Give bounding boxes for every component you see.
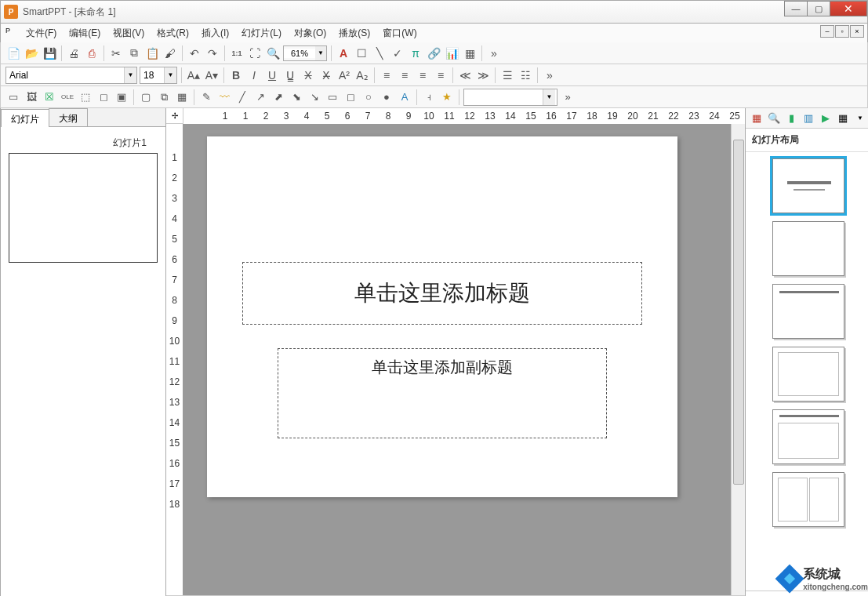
- panel-ico4[interactable]: ▥: [801, 111, 816, 126]
- maximize-button[interactable]: ▢: [807, 1, 830, 16]
- panel-ico2[interactable]: 🔍: [766, 111, 782, 126]
- link-icon[interactable]: 🔗: [426, 45, 441, 61]
- double-underline-icon[interactable]: U̳: [282, 67, 298, 83]
- shape-square-icon[interactable]: ◻: [96, 89, 111, 105]
- pi-icon[interactable]: π: [408, 45, 423, 61]
- tab-slides[interactable]: 幻灯片: [1, 109, 49, 127]
- menu-format[interactable]: 格式(R): [152, 25, 194, 42]
- menu-view[interactable]: 视图(V): [108, 25, 149, 42]
- dropdown-icon[interactable]: ▼: [164, 67, 176, 83]
- ruler-origin[interactable]: ✢: [166, 108, 183, 124]
- format-paint-icon[interactable]: 🖌: [162, 45, 178, 61]
- minimize-button[interactable]: —: [784, 1, 808, 16]
- bold-icon[interactable]: B: [228, 67, 244, 83]
- font-name-input[interactable]: [6, 70, 124, 81]
- dropdown-icon[interactable]: ▼: [315, 46, 326, 60]
- shape-text-icon[interactable]: ☒: [42, 89, 57, 105]
- menu-slide[interactable]: 幻灯片(L): [237, 25, 286, 42]
- mdi-minimize-button[interactable]: –: [820, 25, 834, 38]
- subtitle-placeholder[interactable]: 单击这里添加副标题: [278, 348, 607, 438]
- font-color-icon[interactable]: A: [336, 45, 351, 61]
- font-size-input[interactable]: [140, 70, 164, 81]
- font-name-combo[interactable]: ▼: [5, 67, 137, 84]
- dropdown-icon[interactable]: ▼: [543, 89, 555, 105]
- tab-outline[interactable]: 大纲: [49, 108, 88, 126]
- rect-tool-icon[interactable]: ▭: [325, 89, 340, 105]
- zoom-combo[interactable]: ▼: [283, 45, 327, 61]
- redo-icon[interactable]: ↷: [205, 45, 220, 61]
- connector2-icon[interactable]: ⬊: [289, 89, 304, 105]
- vertical-scrollbar[interactable]: [731, 124, 745, 595]
- pdf-icon[interactable]: ⎙: [84, 45, 100, 61]
- new-icon[interactable]: 📄: [5, 45, 21, 61]
- curve-icon[interactable]: 〰: [216, 89, 232, 105]
- star-tool-icon[interactable]: ★: [439, 89, 455, 105]
- shrink-font-icon[interactable]: A▾: [204, 67, 220, 83]
- zoom-icon[interactable]: 🔍: [265, 45, 281, 61]
- panel-ico1[interactable]: ▦: [749, 111, 764, 126]
- slide-canvas[interactable]: 单击这里添加标题 单击这里添加副标题: [183, 124, 731, 595]
- layout-title-slide[interactable]: [772, 158, 844, 213]
- mdi-restore-button[interactable]: ▫: [835, 25, 849, 38]
- zoom-11-icon[interactable]: 1:1: [229, 45, 245, 61]
- open-icon[interactable]: 📂: [24, 45, 39, 61]
- shape-group-icon[interactable]: ⬚: [78, 89, 93, 105]
- strike-icon[interactable]: X: [300, 67, 316, 83]
- align-right-icon[interactable]: ≡: [415, 67, 430, 83]
- menu-edit[interactable]: 编辑(E): [64, 25, 105, 42]
- panel-ico5[interactable]: ▶: [818, 111, 833, 126]
- shape-rect-icon[interactable]: ▭: [5, 89, 21, 105]
- menu-window[interactable]: 窗口(W): [378, 25, 421, 42]
- pen-icon[interactable]: ✎: [198, 89, 214, 105]
- horizontal-ruler[interactable]: 1123456789101112131415161718192021222324…: [183, 108, 745, 124]
- table-insert-icon[interactable]: ▦: [462, 45, 478, 61]
- panel-ico3[interactable]: ▮: [783, 111, 799, 126]
- mdi-close-button[interactable]: ×: [850, 25, 864, 38]
- circle-tool-icon[interactable]: ●: [379, 89, 394, 105]
- connector3-icon[interactable]: ↘: [307, 89, 322, 105]
- layout-blank[interactable]: [772, 221, 844, 276]
- line-icon[interactable]: ╲: [372, 45, 387, 61]
- align-center-icon[interactable]: ≡: [397, 67, 412, 83]
- font-size-combo[interactable]: ▼: [140, 67, 177, 84]
- square-tool-icon[interactable]: ◻: [343, 89, 358, 105]
- layout-content[interactable]: [772, 347, 844, 402]
- title-placeholder[interactable]: 单击这里添加标题: [242, 262, 642, 325]
- style-combo[interactable]: ▼: [463, 89, 557, 106]
- align-objects-icon[interactable]: ⫞: [421, 89, 437, 105]
- menu-file[interactable]: 文件(F): [21, 25, 61, 42]
- layout-title-only[interactable]: [772, 284, 844, 339]
- spell-icon[interactable]: ✓: [390, 45, 405, 61]
- overflow-icon[interactable]: »: [486, 45, 502, 61]
- cut-icon[interactable]: ✂: [108, 45, 124, 61]
- panel-ico6[interactable]: ▦: [835, 111, 851, 126]
- shape-box-icon[interactable]: ▢: [138, 89, 154, 105]
- menu-object[interactable]: 对象(O): [289, 25, 331, 42]
- menu-insert[interactable]: 插入(I): [197, 25, 234, 42]
- textbox-tool-icon[interactable]: A: [397, 89, 412, 105]
- superscript-icon[interactable]: A²: [336, 67, 352, 83]
- connector1-icon[interactable]: ⬈: [271, 89, 286, 105]
- indent-dec-icon[interactable]: ≪: [457, 67, 473, 83]
- dropdown-icon[interactable]: ▼: [124, 67, 136, 83]
- layout-two-content[interactable]: [772, 472, 844, 527]
- shape-arrange-icon[interactable]: ▦: [174, 89, 190, 105]
- style-input[interactable]: [464, 92, 543, 103]
- ellipse-tool-icon[interactable]: ○: [361, 89, 376, 105]
- overflow-icon[interactable]: »: [560, 89, 576, 105]
- paste-icon[interactable]: 📋: [144, 45, 160, 61]
- arrow-tool-icon[interactable]: ↗: [252, 89, 268, 105]
- close-button[interactable]: ✕: [830, 1, 867, 16]
- slide-thumbnail[interactable]: [9, 153, 158, 263]
- double-strike-icon[interactable]: X̶: [318, 67, 334, 83]
- undo-icon[interactable]: ↶: [187, 45, 202, 61]
- italic-icon[interactable]: I: [246, 67, 262, 83]
- shape-dupe-icon[interactable]: ⧉: [156, 89, 172, 105]
- print-icon[interactable]: 🖨: [66, 45, 82, 61]
- grow-font-icon[interactable]: A▴: [186, 67, 202, 83]
- copy-icon[interactable]: ⧉: [126, 45, 142, 61]
- line-tool-icon[interactable]: ╱: [234, 89, 250, 105]
- subscript-icon[interactable]: A₂: [354, 67, 370, 83]
- highlight-icon[interactable]: ☐: [354, 45, 369, 61]
- vertical-ruler[interactable]: 123456789101112131415161718: [166, 124, 183, 595]
